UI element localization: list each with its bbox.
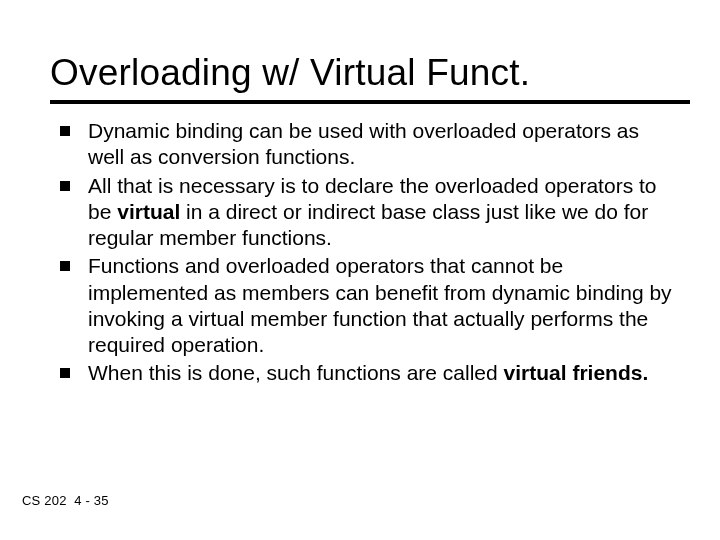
bullet-pre: When this is done, such functions are ca… — [88, 361, 504, 384]
bullet-list: Dynamic binding can be used with overloa… — [60, 118, 672, 387]
list-item: All that is necessary is to declare the … — [60, 173, 672, 252]
title-area: Overloading w/ Virtual Funct. — [0, 0, 720, 94]
bullet-pre: Functions and overloaded operators that … — [88, 254, 672, 356]
bullet-text: Functions and overloaded operators that … — [88, 253, 672, 358]
bullet-text: All that is necessary is to declare the … — [88, 173, 672, 252]
footer-course: CS 202 — [22, 493, 67, 508]
list-item: Functions and overloaded operators that … — [60, 253, 672, 358]
bullet-bold: virtual — [117, 200, 180, 223]
bullet-pre: Dynamic binding can be used with overloa… — [88, 119, 639, 168]
square-bullet-icon — [60, 368, 70, 378]
footer-page: 4 - 35 — [74, 493, 108, 508]
slide-body: Dynamic binding can be used with overloa… — [0, 104, 720, 387]
bullet-text: When this is done, such functions are ca… — [88, 360, 648, 386]
slide-title: Overloading w/ Virtual Funct. — [50, 52, 680, 94]
square-bullet-icon — [60, 261, 70, 271]
list-item: Dynamic binding can be used with overloa… — [60, 118, 672, 171]
square-bullet-icon — [60, 181, 70, 191]
slide: Overloading w/ Virtual Funct. Dynamic bi… — [0, 0, 720, 540]
slide-footer: CS 202 4 - 35 — [22, 493, 109, 508]
square-bullet-icon — [60, 126, 70, 136]
list-item: When this is done, such functions are ca… — [60, 360, 672, 386]
bullet-text: Dynamic binding can be used with overloa… — [88, 118, 672, 171]
bullet-bold: virtual friends. — [504, 361, 649, 384]
